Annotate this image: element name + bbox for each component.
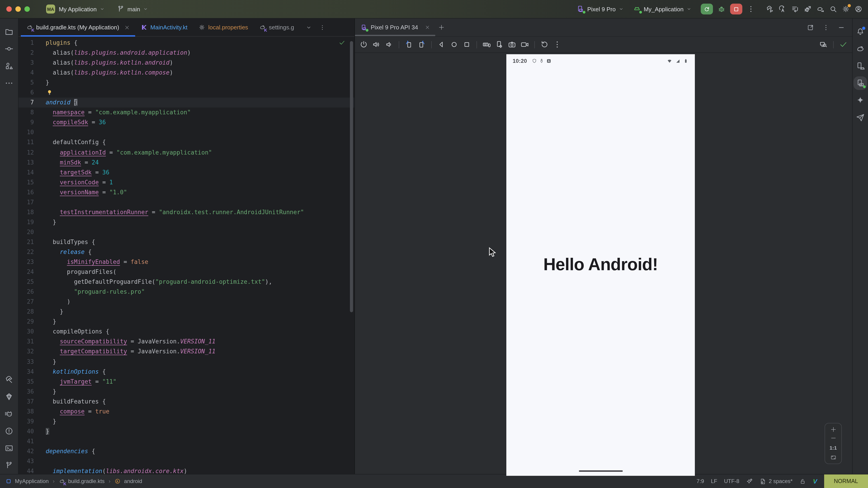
emulator-screen[interactable]: 10:20 Hello Android! bbox=[506, 54, 695, 476]
code-line-19[interactable]: 19 } bbox=[19, 217, 354, 227]
gradle-sync-icon[interactable] bbox=[816, 5, 825, 13]
code-line-38[interactable]: 38 compose = true bbox=[19, 406, 354, 416]
code-line-25[interactable]: 25 getDefaultProguardFile("proguard-andr… bbox=[19, 277, 354, 287]
code-line-16[interactable]: 16 versionName = "1.0" bbox=[19, 187, 354, 197]
code-line-5[interactable]: 5} bbox=[19, 78, 354, 88]
code-line-2[interactable]: 2 alias(libs.plugins.android.application… bbox=[19, 48, 354, 58]
code-editor[interactable]: 1plugins {2 alias(libs.plugins.android.a… bbox=[19, 37, 354, 474]
tab-local-properties[interactable]: local.properties bbox=[193, 19, 253, 36]
quickfix-lightbulb-icon[interactable] bbox=[46, 89, 53, 95]
sync-restart-icon[interactable] bbox=[778, 5, 786, 13]
notifications-bell-icon[interactable] bbox=[856, 27, 865, 36]
tabs-dropdown-chevron[interactable] bbox=[306, 24, 312, 31]
code-line-14[interactable]: 14 targetSdk = 36 bbox=[19, 167, 354, 177]
screen-record-icon[interactable] bbox=[520, 40, 529, 49]
build-run-icon[interactable] bbox=[766, 5, 774, 13]
project-selector[interactable]: My Application bbox=[59, 6, 105, 12]
zoom-out-icon[interactable] bbox=[830, 435, 837, 442]
terminal-icon[interactable] bbox=[4, 444, 13, 453]
problems-icon[interactable] bbox=[4, 427, 13, 435]
folder-icon[interactable] bbox=[4, 27, 13, 36]
running-devices-icon[interactable] bbox=[856, 78, 865, 88]
ideavim-icon[interactable]: V bbox=[813, 478, 817, 485]
back-icon[interactable] bbox=[437, 40, 446, 49]
code-line-27[interactable]: 27 ) bbox=[19, 297, 354, 307]
settings-gear-icon[interactable] bbox=[842, 5, 850, 13]
rerun-button[interactable] bbox=[701, 4, 713, 14]
camera-icon[interactable] bbox=[508, 40, 516, 49]
volume-up-icon[interactable] bbox=[372, 40, 381, 49]
reset-icon[interactable] bbox=[540, 40, 549, 49]
code-line-34[interactable]: 34 kotlinOptions { bbox=[19, 367, 354, 377]
gradle-elephant-icon[interactable] bbox=[856, 44, 865, 53]
code-line-36[interactable]: 36 } bbox=[19, 387, 354, 396]
logcat-icon[interactable] bbox=[4, 410, 13, 418]
ui-check-icon[interactable] bbox=[819, 40, 828, 49]
code-line-22[interactable]: 22 release { bbox=[19, 247, 354, 257]
code-line-32[interactable]: 32 targetCompatibility = JavaVersion.VER… bbox=[19, 347, 354, 357]
file-encoding[interactable]: UTF-8 bbox=[724, 478, 739, 484]
vcs-branch-selector[interactable]: main bbox=[117, 5, 148, 13]
search-icon[interactable] bbox=[829, 5, 837, 13]
device-settings-icon[interactable] bbox=[495, 40, 504, 49]
debug-button[interactable] bbox=[717, 5, 725, 13]
stop-button[interactable] bbox=[730, 4, 742, 14]
code-line-24[interactable]: 24 proguardFiles( bbox=[19, 267, 354, 277]
kebab-icon[interactable] bbox=[553, 40, 561, 49]
hide-panel-icon[interactable] bbox=[838, 24, 845, 31]
code-line-39[interactable]: 39 } bbox=[19, 417, 354, 427]
more-horizontal-icon[interactable] bbox=[4, 78, 13, 88]
code-line-17[interactable]: 17 bbox=[19, 197, 354, 207]
code-line-28[interactable]: 28 } bbox=[19, 307, 354, 317]
tab-settings-gradle[interactable]: K settings.g bbox=[254, 19, 300, 36]
resources-icon[interactable] bbox=[4, 61, 13, 70]
code-line-43[interactable]: 43 bbox=[19, 456, 354, 466]
tab-build-gradle-kts[interactable]: K build.gradle.kts (My Application) bbox=[21, 19, 135, 36]
vim-mode-badge[interactable]: NORMAL bbox=[824, 475, 868, 488]
code-line-20[interactable]: 20 bbox=[19, 227, 354, 237]
code-line-31[interactable]: 31 sourceCompatibility = JavaVersion.VER… bbox=[19, 337, 354, 347]
run-configuration-selector[interactable]: My_Application bbox=[633, 5, 692, 13]
tabs-options-kebab[interactable] bbox=[319, 24, 326, 31]
code-line-33[interactable]: 33 } bbox=[19, 357, 354, 367]
gemini-disabled-icon[interactable] bbox=[746, 478, 753, 485]
commit-icon[interactable] bbox=[4, 44, 13, 53]
power-icon[interactable] bbox=[360, 40, 368, 49]
code-line-11[interactable]: 11 defaultConfig { bbox=[19, 138, 354, 148]
close-tab-icon[interactable] bbox=[124, 25, 129, 30]
code-line-4[interactable]: 4 alias(libs.plugins.kotlin.compose) bbox=[19, 68, 354, 78]
tab-mainactivity-kt[interactable]: MainActivity.kt bbox=[135, 19, 193, 36]
line-ending[interactable]: LF bbox=[711, 478, 717, 484]
code-line-40[interactable]: 40} bbox=[19, 427, 354, 436]
add-device-tab-icon[interactable] bbox=[438, 24, 445, 31]
overview-icon[interactable] bbox=[463, 40, 471, 49]
apply-code-changes-icon[interactable] bbox=[791, 5, 799, 13]
code-line-37[interactable]: 37 buildFeatures { bbox=[19, 396, 354, 406]
more-actions-kebab[interactable] bbox=[747, 5, 755, 13]
zoom-button[interactable] bbox=[24, 6, 30, 12]
attach-debugger-icon[interactable] bbox=[804, 5, 812, 13]
code-line-6[interactable]: 6 bbox=[19, 88, 354, 98]
code-line-12[interactable]: 12 applicationId = "com.example.myapplic… bbox=[19, 148, 354, 158]
volume-down-icon[interactable] bbox=[385, 40, 393, 49]
device-manager-icon[interactable] bbox=[856, 61, 865, 70]
device-tab-pixel9pro[interactable]: Pixel 9 Pro API 34 bbox=[360, 24, 430, 31]
tabstrip-scrollbar[interactable] bbox=[355, 35, 435, 36]
hammer-icon[interactable] bbox=[4, 375, 13, 384]
code-line-35[interactable]: 35 jvmTarget = "11" bbox=[19, 377, 354, 387]
account-icon[interactable] bbox=[855, 5, 863, 13]
breadcrumb-file[interactable]: build.gradle.kts bbox=[68, 478, 104, 484]
code-line-18[interactable]: 18 testInstrumentationRunner = "androidx… bbox=[19, 207, 354, 217]
code-line-41[interactable]: 41 bbox=[19, 436, 354, 447]
device-selector[interactable]: Pixel 9 Pro bbox=[577, 5, 624, 13]
code-line-44[interactable]: 44 implementation(libs.androidx.core.ktx… bbox=[19, 466, 354, 474]
editor-scrollbar[interactable] bbox=[350, 41, 353, 312]
code-line-15[interactable]: 15 versionCode = 1 bbox=[19, 177, 354, 187]
code-line-21[interactable]: 21 buildTypes { bbox=[19, 237, 354, 247]
home-icon[interactable] bbox=[450, 40, 458, 49]
unlocked-icon[interactable] bbox=[799, 478, 806, 485]
code-line-1[interactable]: 1plugins { bbox=[19, 38, 354, 48]
open-in-new-window-icon[interactable] bbox=[807, 24, 814, 31]
code-line-10[interactable]: 10 bbox=[19, 128, 354, 138]
zoom-fit-icon[interactable] bbox=[830, 454, 837, 461]
